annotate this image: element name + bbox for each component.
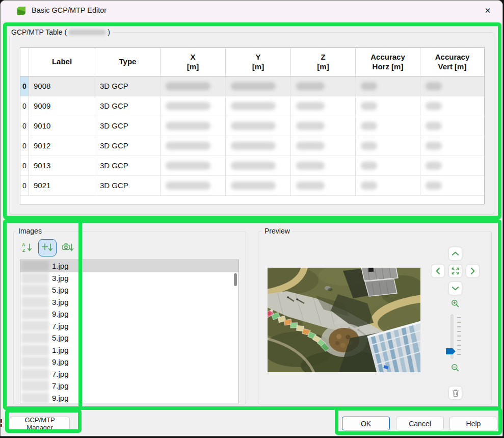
delete-mark-button[interactable] — [448, 386, 462, 400]
column-header-accuracy-vert[interactable]: AccuracyVert [m] — [420, 48, 484, 76]
cancel-button[interactable]: Cancel — [396, 417, 444, 430]
accuracy-horz-cell-redacted[interactable] — [356, 176, 420, 195]
accuracy-vert-cell-redacted[interactable] — [420, 76, 484, 96]
coordinate-system-redacted-blob — [68, 30, 106, 35]
label-cell[interactable]: 9013 — [29, 156, 95, 175]
z-cell-redacted[interactable] — [291, 136, 356, 156]
zoom-slider-thumb[interactable] — [446, 348, 456, 354]
help-button[interactable]: Help — [449, 417, 497, 430]
x-cell-redacted[interactable] — [161, 76, 226, 96]
z-cell-redacted[interactable] — [291, 116, 356, 136]
fit-view-button[interactable] — [448, 264, 462, 278]
accuracy-horz-cell-redacted[interactable] — [356, 96, 420, 116]
sort-by-marks-button-active[interactable] — [38, 239, 57, 256]
x-cell-redacted[interactable] — [161, 176, 226, 195]
list-item[interactable]: 9.jpg — [20, 392, 238, 404]
y-cell-redacted[interactable] — [226, 176, 291, 195]
type-cell[interactable]: 3D GCP — [95, 176, 161, 195]
thumbnail-redacted — [21, 369, 49, 379]
zoom-slider[interactable] — [445, 312, 463, 363]
close-icon[interactable]: ✕ — [480, 4, 495, 18]
z-cell-redacted[interactable] — [291, 96, 356, 116]
pan-down-button[interactable] — [448, 281, 462, 295]
y-cell-redacted[interactable] — [226, 96, 291, 116]
accuracy-vert-cell-redacted[interactable] — [420, 156, 484, 175]
y-cell-redacted[interactable] — [226, 136, 291, 156]
image-list[interactable]: 1.jpg 3.jpg 5.jpg 3.jpg 9.jpg 7.jpg 5.jp… — [20, 260, 239, 403]
list-item[interactable]: 1.jpg — [20, 260, 238, 272]
type-cell[interactable]: 3D GCP — [95, 96, 161, 116]
zoom-in-icon[interactable] — [451, 299, 460, 308]
thumbnail-redacted — [21, 332, 49, 343]
row-number-cell[interactable]: 0 — [20, 136, 29, 156]
list-item[interactable]: 9.jpg — [20, 308, 238, 320]
label-cell[interactable]: 9008 — [29, 76, 95, 96]
type-cell[interactable]: 3D GCP — [95, 156, 161, 175]
list-item[interactable]: 7.jpg — [20, 380, 238, 392]
table-row[interactable]: 0 9010 3D GCP — [20, 116, 484, 136]
type-cell[interactable]: 3D GCP — [95, 116, 161, 136]
pan-up-button[interactable] — [448, 247, 462, 261]
y-cell-redacted[interactable] — [226, 156, 291, 175]
type-cell[interactable]: 3D GCP — [95, 136, 161, 156]
accuracy-horz-cell-redacted[interactable] — [356, 136, 420, 156]
column-header-z[interactable]: Z[m] — [291, 48, 356, 76]
z-cell-redacted[interactable] — [291, 76, 356, 96]
table-row[interactable]: 0 9021 3D GCP — [20, 176, 484, 196]
z-cell-redacted[interactable] — [291, 176, 356, 195]
accuracy-vert-cell-redacted[interactable] — [420, 136, 484, 156]
preview-photo-aerial-image[interactable] — [268, 268, 420, 372]
x-cell-redacted[interactable] — [161, 116, 226, 136]
label-cell[interactable]: 9010 — [29, 116, 95, 136]
accuracy-vert-cell-redacted[interactable] — [420, 96, 484, 116]
table-row[interactable]: 0 9012 3D GCP — [20, 136, 484, 156]
label-cell[interactable]: 9021 — [29, 176, 95, 195]
list-item[interactable]: 5.jpg — [20, 332, 238, 344]
x-cell-redacted[interactable] — [161, 156, 226, 175]
scrollbar-thumb[interactable] — [234, 273, 237, 286]
gcp-mtp-manager-button[interactable]: GCP/MTP Manager — [10, 417, 70, 430]
column-header-accuracy-horz[interactable]: AccuracyHorz [m] — [356, 48, 420, 76]
accuracy-horz-cell-redacted[interactable] — [356, 76, 420, 96]
list-item[interactable]: 7.jpg — [20, 320, 238, 332]
x-cell-redacted[interactable] — [161, 96, 226, 116]
column-header-y[interactable]: Y[m] — [226, 48, 291, 76]
accuracy-vert-cell-redacted[interactable] — [420, 176, 484, 195]
row-number-cell[interactable]: 0 — [20, 156, 29, 175]
row-number-cell[interactable]: 0 — [20, 76, 29, 96]
sort-alphabetical-icon[interactable]: A Z — [21, 241, 34, 254]
label-cell[interactable]: 9012 — [29, 136, 95, 156]
accuracy-horz-cell-redacted[interactable] — [356, 156, 420, 175]
gcp-mtp-editor-dialog: Basic GCP/MTP Editor ✕ GCP/MTP Table () … — [0, 0, 503, 436]
list-item[interactable]: 3.jpg — [20, 296, 238, 308]
list-item[interactable]: 1.jpg — [20, 344, 238, 356]
accuracy-vert-cell-redacted[interactable] — [420, 116, 484, 136]
pan-left-button[interactable] — [431, 264, 445, 278]
row-number-cell[interactable]: 0 — [20, 116, 29, 136]
zoom-out-icon[interactable] — [451, 364, 460, 372]
row-number-cell[interactable]: 0 — [20, 96, 29, 116]
left-edge-artifact — [1, 424, 2, 427]
list-item[interactable]: 9.jpg — [20, 356, 238, 368]
table-row[interactable]: 0 9008 3D GCP — [20, 76, 484, 96]
column-header-label[interactable]: Label — [29, 48, 95, 76]
accuracy-horz-cell-redacted[interactable] — [356, 116, 420, 136]
list-item[interactable]: 3.jpg — [20, 272, 238, 285]
table-row[interactable]: 0 9009 3D GCP — [20, 96, 484, 116]
list-item[interactable]: 5.jpg — [20, 284, 238, 296]
gcp-table-group-label: GCP/MTP Table () — [9, 28, 113, 36]
column-header-type[interactable]: Type — [95, 48, 161, 76]
column-header-x[interactable]: X[m] — [161, 48, 226, 76]
sort-by-camera-icon[interactable] — [62, 241, 75, 254]
pan-right-button[interactable] — [466, 264, 480, 278]
row-number-cell[interactable]: 0 — [20, 176, 29, 195]
y-cell-redacted[interactable] — [226, 76, 291, 96]
label-cell[interactable]: 9009 — [29, 96, 95, 116]
type-cell[interactable]: 3D GCP — [95, 76, 161, 96]
table-row[interactable]: 0 9013 3D GCP — [20, 156, 484, 176]
y-cell-redacted[interactable] — [226, 116, 291, 136]
x-cell-redacted[interactable] — [161, 136, 226, 156]
ok-button[interactable]: OK — [342, 417, 390, 430]
z-cell-redacted[interactable] — [291, 156, 356, 175]
list-item[interactable]: 7.jpg — [20, 368, 238, 380]
